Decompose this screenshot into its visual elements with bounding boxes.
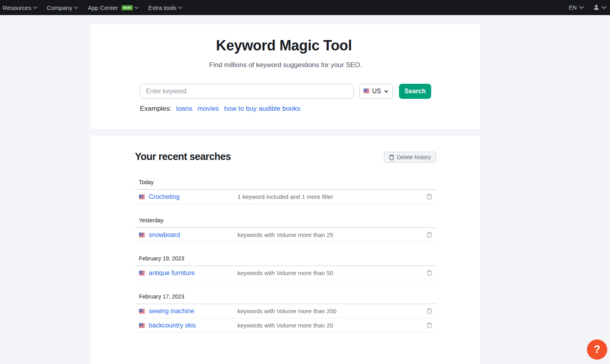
navbar-menu: Resources Company App CenterNEW Extra to… xyxy=(3,4,569,11)
us-flag-icon xyxy=(139,270,145,277)
recent-searches-title: Your recent searches xyxy=(135,150,231,162)
delete-row-button[interactable] xyxy=(427,308,432,314)
database-select[interactable]: US xyxy=(359,84,393,99)
nav-item-extra-tools[interactable]: Extra tools xyxy=(148,4,182,11)
recent-search-row: sewing machinekeywords with Volume more … xyxy=(135,304,436,318)
nav-item-label: Company xyxy=(47,4,72,11)
page-title: Keyword Magic Tool xyxy=(89,37,479,54)
trash-icon xyxy=(389,154,394,160)
chevron-down-icon xyxy=(74,6,78,9)
recent-filters-text: keywords with Volume more than 200 xyxy=(238,308,337,314)
help-button[interactable]: ? xyxy=(587,339,607,360)
recent-search-row: Crocheting1 keyword included and 1 more … xyxy=(135,190,436,204)
recent-searches-header: Your recent searches Delete history xyxy=(135,150,436,163)
nav-item-resources[interactable]: Resources xyxy=(3,4,37,11)
group-rows: Crocheting1 keyword included and 1 more … xyxy=(135,189,436,204)
page-subtitle: Find millions of keyword suggestions for… xyxy=(91,60,480,70)
group-date-label: Yesterday xyxy=(135,217,436,227)
recent-filters-text: keywords with Volume more than 50 xyxy=(238,270,333,276)
search-row: US Search xyxy=(140,84,431,99)
recent-keyword-link[interactable]: snowboard xyxy=(149,231,180,239)
nav-item-label: Extra tools xyxy=(148,4,176,11)
delete-history-button[interactable]: Delete history xyxy=(384,152,436,163)
recent-search-row: snowboardkeywords with Volume more than … xyxy=(135,228,436,242)
chevron-down-icon xyxy=(579,6,584,9)
trash-icon xyxy=(427,232,432,238)
nav-item-app-center[interactable]: App CenterNEW xyxy=(88,4,139,11)
keyword-search-input[interactable] xyxy=(140,84,354,99)
chevron-down-icon xyxy=(134,6,139,9)
user-avatar-icon xyxy=(593,4,599,11)
delete-row-button[interactable] xyxy=(427,232,432,238)
top-navbar: Resources Company App CenterNEW Extra to… xyxy=(0,0,610,15)
us-flag-icon xyxy=(139,194,145,201)
recent-searches-groups: Today Crocheting1 keyword included and 1… xyxy=(135,163,436,333)
recent-search-row: antique furniturekeywords with Volume mo… xyxy=(135,266,436,280)
group-date-label: February 19, 2023 xyxy=(135,255,436,266)
example-link[interactable]: movies xyxy=(198,104,219,114)
recent-filters-text: keywords with Volume more than 20 xyxy=(238,322,333,329)
recent-keyword-link[interactable]: sewing machine xyxy=(149,308,195,315)
recent-keyword-link[interactable]: backcountry skis xyxy=(149,322,196,329)
chevron-down-icon xyxy=(178,6,182,9)
trash-icon xyxy=(427,270,432,276)
us-flag-icon xyxy=(139,232,145,239)
user-menu[interactable] xyxy=(593,4,606,11)
delete-row-button[interactable] xyxy=(427,322,432,328)
group-date-label: February 17, 2023 xyxy=(135,293,436,304)
page-content: Keyword Magic Tool Find millions of keyw… xyxy=(91,24,480,364)
examples-links: loansmovieshow to buy audible books xyxy=(176,104,305,114)
hero-card: Keyword Magic Tool Find millions of keyw… xyxy=(91,24,480,129)
delete-history-label: Delete history xyxy=(397,154,431,160)
nav-item-company[interactable]: Company xyxy=(47,4,78,11)
examples-label: Examples: xyxy=(140,104,171,114)
new-badge: NEW xyxy=(122,5,133,10)
chevron-down-icon xyxy=(33,6,37,9)
recent-keyword-link[interactable]: antique furniture xyxy=(149,270,195,277)
group-date-label: Today xyxy=(135,179,436,189)
group-rows: antique furniturekeywords with Volume mo… xyxy=(135,266,436,280)
navbar-right: EN xyxy=(569,4,606,11)
search-area: US Search Examples: loansmovieshow to bu… xyxy=(140,84,431,114)
search-button[interactable]: Search xyxy=(399,84,431,99)
chevron-down-icon xyxy=(384,90,388,93)
us-flag-icon xyxy=(139,322,145,329)
trash-icon xyxy=(427,308,432,314)
group-rows: snowboardkeywords with Volume more than … xyxy=(135,227,436,242)
examples-row: Examples: loansmovieshow to buy audible … xyxy=(140,104,431,114)
recent-filters-text: 1 keyword included and 1 more filter xyxy=(238,193,333,200)
us-flag-icon xyxy=(139,308,145,315)
delete-row-button[interactable] xyxy=(427,194,432,200)
recent-filters-text: keywords with Volume more than 25 xyxy=(238,231,333,238)
recent-keyword-link[interactable]: Crocheting xyxy=(149,193,180,200)
database-label: US xyxy=(372,88,381,95)
example-link[interactable]: how to buy audible books xyxy=(224,104,300,114)
nav-item-label: Resources xyxy=(3,4,31,11)
nav-item-label: App Center xyxy=(88,4,118,11)
language-selector[interactable]: EN xyxy=(569,4,584,11)
recent-search-row: backcountry skiskeywords with Volume mor… xyxy=(135,318,436,333)
us-flag-icon xyxy=(364,88,369,95)
language-label: EN xyxy=(569,4,577,11)
delete-row-button[interactable] xyxy=(427,270,432,276)
recent-searches-card: Your recent searches Delete history Toda… xyxy=(91,136,480,364)
group-rows: sewing machinekeywords with Volume more … xyxy=(135,304,436,333)
chevron-down-icon xyxy=(601,6,606,9)
trash-icon xyxy=(427,194,432,200)
example-link[interactable]: loans xyxy=(176,104,192,114)
trash-icon xyxy=(427,322,432,328)
